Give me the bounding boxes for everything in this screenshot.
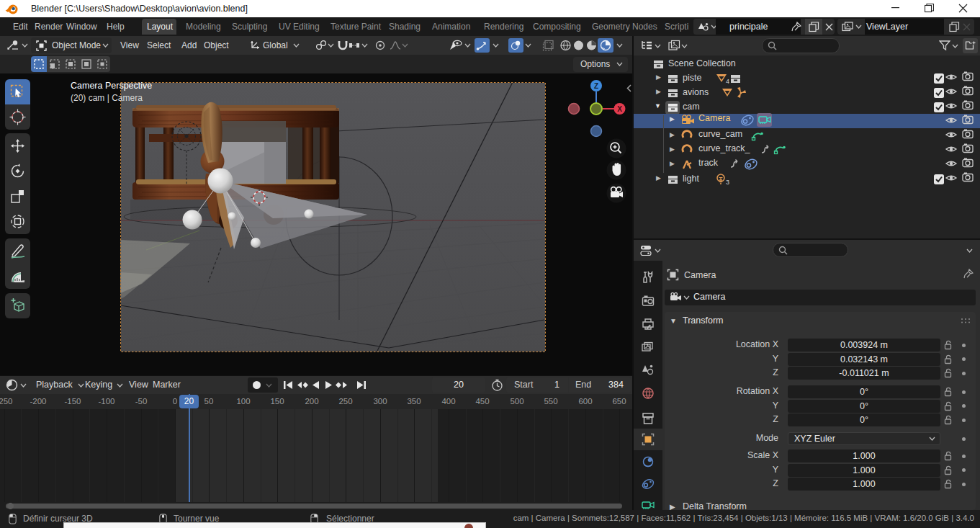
svg-text:X: X xyxy=(617,105,622,113)
svg-text:Z: Z xyxy=(594,82,598,90)
